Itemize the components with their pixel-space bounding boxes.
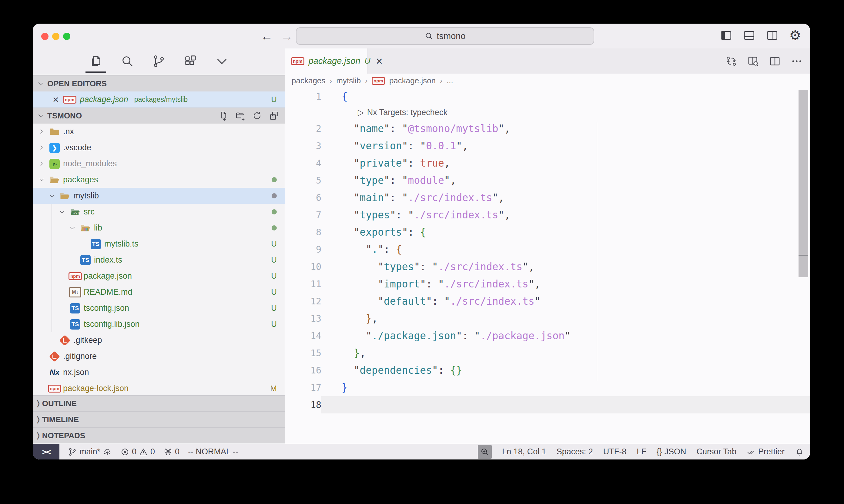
status-formatter[interactable]: Prettier	[747, 447, 785, 456]
refresh-icon[interactable]	[252, 111, 262, 121]
tree-item-index-ts[interactable]: TSindex.tsU	[33, 252, 285, 268]
code-line-15[interactable]: 15 },	[285, 344, 810, 362]
warning-triangle-icon	[139, 447, 148, 456]
source-control-icon[interactable]	[152, 54, 166, 69]
code-line-2[interactable]: 2 "name": "@tsmono/mytslib",	[285, 120, 810, 137]
command-center-search[interactable]: tsmono	[296, 27, 594, 45]
tree-item-package-json[interactable]: npmpackage.jsonU	[33, 268, 285, 284]
code-line-5[interactable]: 5 "type": "module",	[285, 172, 810, 189]
tree-item-src[interactable]: </>src	[33, 204, 285, 220]
code-line-16[interactable]: 16 "dependencies": {}	[285, 362, 810, 379]
code-line-4[interactable]: 4 "private": true,	[285, 155, 810, 172]
codelens-nx-targets[interactable]: ▷Nx Targets: typecheck	[285, 105, 810, 120]
outline-title: OUTLINE	[42, 399, 77, 408]
code-line-12[interactable]: 12 "default": "./src/index.ts"	[285, 293, 810, 310]
toggle-sidebar-icon[interactable]	[719, 29, 733, 42]
more-actions-icon[interactable]	[791, 55, 803, 67]
code-line-10[interactable]: 10 "types": "./src/index.ts",	[285, 258, 810, 275]
breadcrumb-item[interactable]: packages	[292, 76, 325, 85]
split-editor-icon[interactable]	[769, 55, 781, 67]
navigate-forward-button[interactable]: →	[281, 29, 293, 43]
open-editors-header[interactable]: OPEN EDITORS	[33, 75, 285, 91]
line-content: }	[321, 379, 810, 396]
tree-item-package-lock-json[interactable]: npmpackage-lock.jsonM	[33, 380, 285, 396]
toggle-secondary-sidebar-icon[interactable]	[765, 29, 779, 42]
chevron-right-icon: 〉	[37, 431, 40, 440]
open-editors-title: OPEN EDITORS	[47, 79, 107, 88]
tree-item-tsconfig-json[interactable]: TStsconfig.jsonU	[33, 300, 285, 316]
editor-scrollbar[interactable]	[798, 90, 808, 277]
code-area[interactable]: 1{▷Nx Targets: typecheck2 "name": "@tsmo…	[285, 88, 810, 444]
zoom-window-button[interactable]	[63, 33, 70, 40]
code-line-6[interactable]: 6 "main": "./src/index.ts",	[285, 189, 810, 206]
breadcrumb-item[interactable]: package.json	[389, 76, 436, 85]
tree-item--vscode[interactable]: ❯.vscode	[33, 140, 285, 156]
tree-item-node-modules[interactable]: jsnode_modules	[33, 156, 285, 172]
search-icon[interactable]	[120, 54, 135, 69]
status-problems[interactable]: 00	[120, 447, 155, 456]
status-cursor-position[interactable]: Ln 18, Col 1	[502, 447, 546, 456]
code-line-1[interactable]: 1{	[285, 88, 810, 105]
code-line-3[interactable]: 3 "version": "0.0.1",	[285, 137, 810, 155]
code-line-18[interactable]: 18	[285, 396, 810, 413]
tree-item--gitkeep[interactable]: .gitkeep	[33, 332, 285, 348]
tree-item-lib[interactable]: lib	[33, 220, 285, 236]
code-line-8[interactable]: 8 "exports": {	[285, 223, 810, 241]
status-ports[interactable]: 0	[163, 447, 179, 456]
tree-item--gitignore[interactable]: .gitignore	[33, 348, 285, 364]
file-icon-box: </>	[69, 208, 81, 217]
status-eol[interactable]: LF	[637, 447, 646, 456]
timeline-header[interactable]: 〉 TIMELINE	[33, 411, 285, 427]
tree-item-mytslib-ts[interactable]: TSmytslib.tsU	[33, 236, 285, 252]
notepads-header[interactable]: 〉 NOTEPADS	[33, 427, 285, 444]
search-editor-icon[interactable]	[747, 55, 759, 67]
file-icon-box: Nx	[49, 368, 61, 377]
close-icon[interactable]: ×	[53, 94, 59, 105]
close-window-button[interactable]	[41, 33, 49, 40]
status-vim-mode[interactable]: -- NORMAL --	[188, 447, 238, 456]
settings-gear-icon[interactable]: ⚙	[788, 29, 802, 42]
tree-item-tsconfig-lib-json[interactable]: TStsconfig.lib.jsonU	[33, 316, 285, 332]
tree-item-nx-json[interactable]: Nxnx.json	[33, 364, 285, 380]
explorer-icon[interactable]	[88, 54, 103, 69]
breadcrumb-item[interactable]: mytslib	[336, 76, 361, 85]
extensions-icon[interactable]	[183, 54, 198, 69]
open-editor-item[interactable]: × npm package.json packages/mytslib U	[33, 91, 285, 108]
tree-item--nx[interactable]: .nx	[33, 124, 285, 140]
status-encoding[interactable]: UTF-8	[603, 447, 627, 456]
tree-item-packages[interactable]: packages	[33, 172, 285, 188]
status-text: Cursor Tab	[696, 447, 736, 456]
code-line-9[interactable]: 9 ".": {	[285, 241, 810, 258]
tree-item-label: package.json	[84, 271, 132, 281]
more-views-icon[interactable]	[214, 54, 229, 69]
code-line-17[interactable]: 17}	[285, 379, 810, 396]
remote-indicator[interactable]: ><	[33, 444, 59, 460]
navigate-back-button[interactable]: ←	[261, 29, 273, 43]
toggle-panel-icon[interactable]	[742, 29, 756, 42]
breadcrumb-item[interactable]: ...	[447, 76, 453, 85]
status-zoom-indicator[interactable]	[478, 445, 492, 459]
line-content: "exports": {	[321, 223, 810, 241]
tab-close-icon[interactable]: ×	[376, 55, 383, 67]
status-notifications-bell[interactable]	[795, 447, 804, 456]
new-folder-icon[interactable]	[235, 111, 245, 121]
outline-header[interactable]: 〉 OUTLINE	[33, 395, 285, 411]
open-changes-icon[interactable]	[725, 55, 737, 67]
status-text: UTF-8	[603, 447, 627, 456]
tree-item-readme-md[interactable]: M↓README.mdU	[33, 284, 285, 300]
status-indentation[interactable]: Spaces: 2	[556, 447, 593, 456]
minimize-window-button[interactable]	[52, 33, 59, 40]
new-file-icon[interactable]	[218, 111, 228, 121]
code-line-14[interactable]: 14 "./package.json": "./package.json"	[285, 327, 810, 344]
tree-item-mytslib[interactable]: mytslib	[33, 188, 285, 204]
workspace-header[interactable]: TSMONO	[33, 108, 285, 124]
line-number: 6	[285, 189, 321, 206]
code-line-11[interactable]: 11 "import": "./src/index.ts",	[285, 275, 810, 293]
collapse-all-icon[interactable]	[269, 111, 279, 121]
code-line-7[interactable]: 7 "types": "./src/index.ts",	[285, 206, 810, 223]
status-language-mode[interactable]: {} JSON	[657, 447, 686, 456]
status-cursor-tab[interactable]: Cursor Tab	[696, 447, 736, 456]
code-line-13[interactable]: 13 },	[285, 310, 810, 327]
tab-package-json[interactable]: npm package.json U ×	[285, 49, 367, 74]
status-git-branch[interactable]: main*	[68, 447, 112, 456]
